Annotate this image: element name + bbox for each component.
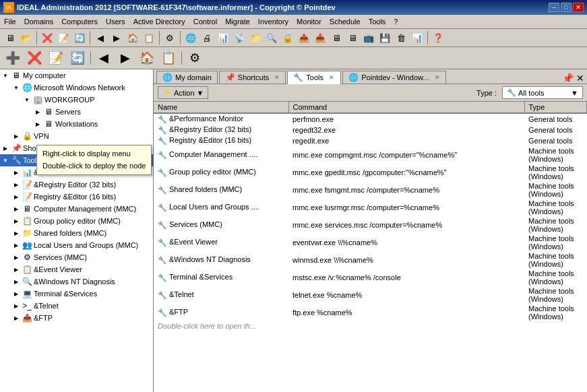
tb-btn-14[interactable]: 📡 (232, 30, 247, 45)
expand-icon[interactable]: ▼ (11, 85, 22, 91)
tree-item-reg-editor-32[interactable]: ▶📝&Registry Editor (32 bits) (0, 178, 153, 191)
tree-item-win-nt-diag[interactable]: ▶🔍&Windows NT Diagnosis (0, 275, 153, 288)
tb-btn-16[interactable]: 🔍 (264, 30, 279, 45)
tab-pointdev[interactable]: 🌐Pointdev - Window...✕ (342, 71, 445, 84)
tb-btn-23[interactable]: 💾 (377, 30, 392, 45)
table-row[interactable]: 🔧&Telnettelnet.exe %cname%Machine tools … (154, 286, 587, 304)
tb-btn-3[interactable]: ❌ (40, 30, 55, 45)
table-row[interactable]: 🔧Terminal &Servicesmstsc.exe /v:%cname% … (154, 269, 587, 286)
nav-settings[interactable]: ⚙ (185, 48, 205, 67)
tb-btn-19[interactable]: 📥 (313, 30, 328, 45)
menu-item-active-directory[interactable]: Active Directory (129, 16, 189, 27)
nav-up[interactable]: 📋 (158, 48, 179, 67)
table-row[interactable]: 🔧&Performance Monitorperfmon.exeGeneral … (154, 113, 587, 125)
expand-icon[interactable]: ▶ (11, 279, 22, 285)
tree-item-comp-mgmt[interactable]: ▶🖥Computer Management (MMC) (0, 203, 153, 215)
menu-item-schedule[interactable]: Schedule (326, 16, 365, 27)
tree-item-servers[interactable]: ▶🖥Servers (0, 106, 153, 118)
menu-item-domains[interactable]: Domains (20, 16, 57, 27)
tab-shortcuts[interactable]: 📌Shortcuts✕ (219, 71, 286, 84)
tb-btn-2[interactable]: 📂 (19, 30, 34, 45)
expand-icon[interactable]: ▼ (0, 73, 11, 79)
tree-item-telnet[interactable]: ▶>_&Telnet (0, 300, 153, 312)
tree-item-workgroup[interactable]: ▼🏢WORKGROUP (0, 94, 153, 106)
menu-item-migrate[interactable]: Migrate (221, 16, 254, 27)
expand-icon[interactable]: ▼ (22, 97, 32, 103)
nav-refresh[interactable]: 🔄 (67, 48, 88, 67)
tree-item-workstations[interactable]: ▶🖥Workstations (0, 118, 153, 130)
expand-icon[interactable]: ▶ (11, 315, 22, 321)
tab-close-btn[interactable]: ✕ (576, 73, 584, 84)
expand-icon[interactable]: ▶ (32, 121, 43, 127)
expand-icon[interactable]: ▶ (32, 109, 43, 115)
tree-item-local-users[interactable]: ▶👥Local Users and Groups (MMC) (0, 239, 153, 251)
table-row[interactable]: Double-click here to open th... (154, 321, 587, 331)
expand-icon[interactable]: ▶ (11, 230, 22, 236)
minimize-button[interactable]: ─ (549, 3, 559, 12)
tab-float-btn[interactable]: 📌 (562, 73, 574, 84)
menu-item-tools[interactable]: Tools (365, 16, 390, 27)
tb-btn-18[interactable]: 📤 (297, 30, 311, 45)
table-row[interactable]: 🔧Registry &Editor (16 bits)regedit.exeGe… (154, 135, 587, 146)
tree-item-gp-editor[interactable]: ▶📋Group policy editor (MMC) (0, 215, 153, 227)
close-button[interactable]: ✕ (573, 3, 584, 12)
menu-item-monitor[interactable]: Monitor (292, 16, 326, 27)
tb-btn-24[interactable]: 🗑 (394, 30, 408, 45)
expand-icon[interactable]: ▶ (11, 255, 22, 261)
tb-btn-6[interactable]: ◀ (93, 30, 108, 45)
table-row[interactable]: 🔧&Windows NT Diagnosiswinmsd.exe \\%cnam… (154, 251, 587, 269)
tb-btn-4[interactable]: 📝 (56, 30, 71, 45)
tb-btn-11[interactable]: 🌐 (183, 30, 198, 45)
tb-btn-20[interactable]: 🖥 (329, 30, 344, 45)
type-dropdown[interactable]: 🔧 All tools ▼ (502, 86, 583, 99)
table-row[interactable]: 🔧Computer Management ....mmc.exe compmgm… (154, 146, 587, 164)
nav-home[interactable]: 🏠 (137, 48, 157, 67)
expand-icon[interactable]: ▶ (11, 206, 22, 212)
expand-icon[interactable]: ▶ (11, 170, 22, 176)
nav-back[interactable]: ◀ (94, 48, 114, 67)
expand-icon[interactable]: ▶ (11, 303, 22, 309)
expand-icon[interactable]: ▶ (11, 267, 22, 273)
table-row[interactable]: 🔧&Event Viewereventvwr.exe \\%cname%Mach… (154, 234, 587, 251)
table-row[interactable]: 🔧&Registry Editor (32 bits)regedt32.exeG… (154, 125, 587, 135)
nav-edit[interactable]: 📝 (46, 48, 66, 67)
tb-btn-7[interactable]: ▶ (109, 30, 124, 45)
tree-item-vpn[interactable]: ▶🔒VPN (0, 130, 153, 142)
expand-icon[interactable]: ▶ (11, 291, 22, 297)
expand-icon[interactable]: ▶ (11, 182, 22, 188)
tree-item-ftp[interactable]: ▶📤&FTP (0, 312, 153, 324)
nav-del[interactable]: ❌ (24, 48, 44, 67)
menu-item-?[interactable]: ? (390, 16, 402, 27)
tree-item-shared-folders[interactable]: ▶📁Shared folders (MMC) (0, 227, 153, 239)
nav-fwd[interactable]: ▶ (115, 48, 135, 67)
expand-icon[interactable]: ▶ (0, 145, 11, 152)
tb-btn-25[interactable]: 📊 (410, 30, 425, 45)
menu-item-file[interactable]: File (0, 16, 20, 27)
nav-add[interactable]: ➕ (3, 48, 23, 67)
maximize-button[interactable]: □ (561, 3, 571, 12)
expand-icon[interactable]: ▶ (11, 242, 22, 249)
tb-btn-22[interactable]: 📺 (361, 30, 376, 45)
tab-close-tools[interactable]: ✕ (329, 74, 334, 81)
expand-icon[interactable]: ▶ (11, 218, 22, 224)
expand-icon[interactable]: ▶ (11, 133, 22, 139)
tb-btn-13[interactable]: 📊 (216, 30, 230, 45)
tb-btn-10[interactable]: ⚙ (162, 30, 177, 45)
menu-item-users[interactable]: Users (102, 16, 129, 27)
tree-item-services[interactable]: ▶⚙Services (MMC) (0, 251, 153, 263)
tb-btn-8[interactable]: 🏠 (125, 30, 140, 45)
tb-btn-9[interactable]: 📋 (142, 30, 156, 45)
tab-close-pointdev[interactable]: ✕ (435, 74, 440, 81)
tab-tools[interactable]: 🔧Tools✕ (287, 71, 341, 84)
table-row[interactable]: 🔧&FTPftp.exe %cname%Machine tools (Windo… (154, 304, 587, 321)
tb-btn-5[interactable]: 🔄 (72, 30, 87, 45)
expand-icon[interactable]: ▼ (0, 158, 11, 164)
table-row[interactable]: 🔧Group policy editor (MMC)mmc.exe gpedit… (154, 164, 587, 181)
tree-item-reg-editor-16[interactable]: ▶📝Registry &Editor (16 bits) (0, 191, 153, 203)
tree-item-terminal[interactable]: ▶💻Terminal &Services (0, 288, 153, 300)
tb-btn-26[interactable]: ❓ (431, 30, 445, 45)
tree-item-win-network[interactable]: ▼🌐Microsoft Windows Network (0, 81, 153, 94)
menu-item-control[interactable]: Control (189, 16, 221, 27)
action-button[interactable]: ⚡ Action ▼ (158, 86, 208, 99)
table-row[interactable]: 🔧Local Users and Groups ....mmc.exe lusr… (154, 199, 587, 216)
